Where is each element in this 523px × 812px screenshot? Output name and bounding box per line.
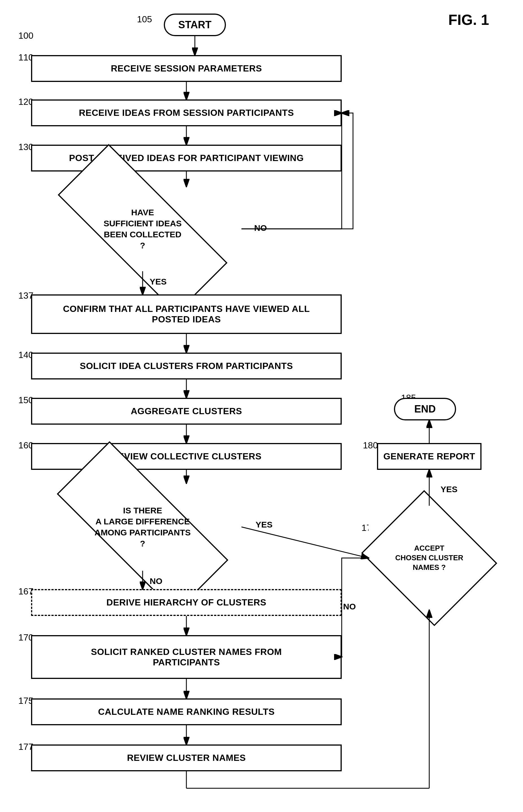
box-150: AGGREGATE CLUSTERS	[31, 398, 342, 425]
yes-label-165: YES	[256, 520, 272, 529]
diamond-165: IS THEREA LARGE DIFFERENCEAMONG PARTICIP…	[44, 483, 241, 571]
svg-line-15	[241, 527, 368, 558]
diamond-179: ACCEPTCHOSEN CLUSTERNAMES ?	[368, 506, 490, 610]
no-label-135: NO	[254, 223, 267, 233]
ref-105: 105	[137, 14, 152, 24]
box-140: SOLICIT IDEA CLUSTERS FROM PARTICIPANTS	[31, 353, 342, 379]
no-label-165: NO	[150, 576, 162, 586]
box-110: RECEIVE SESSION PARAMETERS	[31, 55, 342, 82]
start-node: START	[164, 14, 226, 36]
box-167: DERIVE HIERARCHY OF CLUSTERS	[31, 589, 342, 616]
end-node: END	[394, 398, 456, 420]
yes-label-135: YES	[150, 277, 167, 286]
box-130: POST RECEIVED IDEAS FOR PARTICIPANT VIEW…	[31, 145, 342, 172]
page: FIG. 1 100 START 105 110 RECEIVE SESSION…	[0, 0, 523, 812]
box-177: REVIEW CLUSTER NAMES	[31, 744, 342, 771]
box-120: RECEIVE IDEAS FROM SESSION PARTICIPANTS	[31, 100, 342, 126]
yes-label-179: YES	[440, 484, 457, 494]
box-160: REVIEW COLLECTIVE CLUSTERS	[31, 443, 342, 470]
figure-title: FIG. 1	[448, 11, 489, 28]
ref-180: 180	[363, 440, 378, 451]
box-170: SOLICIT RANKED CLUSTER NAMES FROM PARTIC…	[31, 635, 342, 679]
no-label-179: NO	[343, 602, 356, 612]
diamond-135: HAVESUFFICIENT IDEASBEEN COLLECTED?	[44, 187, 241, 271]
ref-100: 100	[18, 31, 33, 41]
box-175: CALCULATE NAME RANKING RESULTS	[31, 699, 342, 725]
box-137: CONFIRM THAT ALL PARTICIPANTS HAVE VIEWE…	[31, 295, 342, 334]
box-180: GENERATE REPORT	[377, 443, 482, 470]
